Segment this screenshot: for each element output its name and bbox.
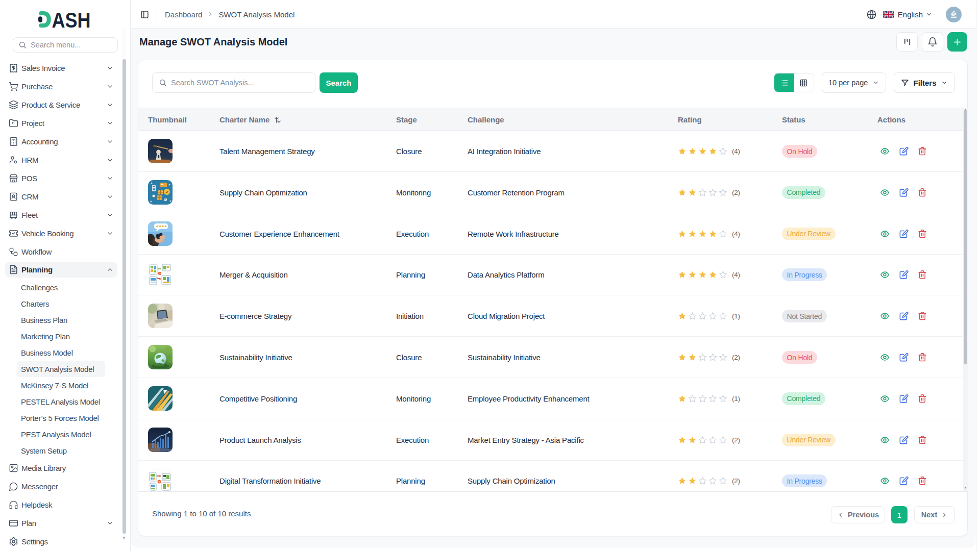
svg-text:ASH: ASH xyxy=(52,8,91,32)
